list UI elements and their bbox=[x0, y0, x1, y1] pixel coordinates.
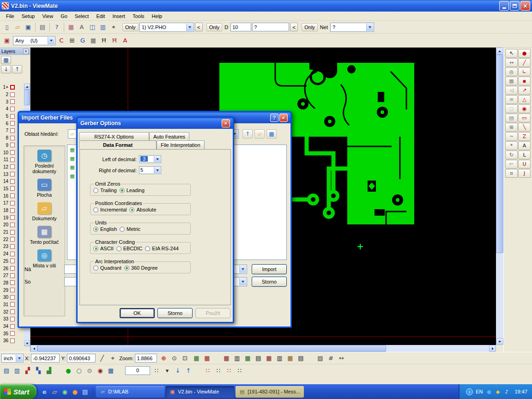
aperture-pattern-icon[interactable]: ∷ bbox=[235, 366, 245, 375]
film-list-icon[interactable]: ◫ bbox=[87, 23, 97, 32]
draw-point-icon[interactable]: ● bbox=[518, 49, 531, 58]
x-coordinate-field[interactable] bbox=[31, 354, 60, 363]
aperture-box-icon[interactable]: ¤ bbox=[505, 169, 518, 178]
chevron-down-icon[interactable] bbox=[239, 266, 246, 273]
radio-option[interactable]: Trailing bbox=[93, 187, 117, 193]
dcode-view-icon[interactable]: ▥ bbox=[232, 354, 242, 363]
radio-option[interactable]: Quadrant bbox=[93, 265, 121, 271]
selection-filter-combo[interactable]: Any (U) bbox=[13, 36, 55, 45]
menu-item[interactable]: Setup bbox=[18, 12, 39, 20]
settings-icon[interactable]: * bbox=[505, 141, 518, 150]
layer-colors-icon[interactable]: ▣ bbox=[2, 36, 12, 45]
show-desktop-icon[interactable]: ▤ bbox=[81, 387, 89, 396]
radio-option[interactable]: Metric bbox=[120, 226, 140, 232]
layer-row[interactable]: 1+ bbox=[0, 84, 24, 91]
messenger-icon[interactable]: ● bbox=[485, 388, 492, 395]
draw-u-icon[interactable]: U bbox=[518, 160, 531, 169]
tab[interactable]: Auto Features bbox=[149, 132, 189, 140]
dcode-input[interactable] bbox=[230, 23, 251, 31]
volume-icon[interactable]: ♪ bbox=[503, 388, 510, 395]
scroll-left-icon[interactable] bbox=[30, 345, 37, 352]
layer-color-swatch[interactable] bbox=[10, 266, 15, 271]
draw-triangle-icon[interactable]: △ bbox=[518, 95, 531, 104]
dot-matrix-icon[interactable]: ∷ bbox=[151, 366, 162, 375]
layer-color-swatch[interactable] bbox=[10, 172, 15, 176]
layers-stack-icon[interactable]: ▤ bbox=[505, 114, 518, 122]
layer-color-swatch[interactable] bbox=[10, 223, 15, 227]
scroll-thumb[interactable] bbox=[496, 54, 503, 253]
layer-color-swatch[interactable] bbox=[10, 324, 15, 329]
menu-item[interactable]: Edit bbox=[92, 12, 109, 20]
scroll-right-icon[interactable] bbox=[489, 345, 496, 352]
measure-corner-icon[interactable]: ⌐ bbox=[505, 160, 518, 169]
gerber-file-icon[interactable]: ▦ bbox=[69, 164, 75, 170]
save-file-icon[interactable]: ▣ bbox=[23, 23, 33, 32]
layer-color-swatch[interactable] bbox=[10, 244, 15, 249]
y-coordinate-field[interactable] bbox=[67, 354, 96, 363]
layer-color-swatch[interactable] bbox=[10, 331, 15, 336]
layer-color-swatch[interactable] bbox=[10, 143, 15, 147]
layer-color-swatch[interactable] bbox=[10, 201, 15, 206]
layers-panel-close-button[interactable]: × bbox=[23, 48, 29, 54]
grid-snap-icon[interactable]: ⊞ bbox=[505, 123, 518, 132]
draw-zigzag-icon[interactable]: Z bbox=[518, 132, 531, 141]
dcode-view-icon[interactable]: ▦ bbox=[285, 354, 295, 363]
scroll-thumb[interactable] bbox=[37, 345, 386, 352]
rotate-icon[interactable]: ↻ bbox=[505, 151, 518, 159]
open-file-icon[interactable]: ▱ bbox=[12, 23, 23, 32]
draw-diagonal-icon[interactable]: ╲ bbox=[518, 123, 531, 132]
layer-color-swatch[interactable] bbox=[10, 85, 15, 90]
vertical-scrollbar[interactable] bbox=[496, 48, 503, 345]
layer-color-swatch[interactable] bbox=[10, 237, 15, 242]
previous-layer-button[interactable]: < bbox=[195, 23, 203, 31]
zoom-in-icon[interactable]: ⊕ bbox=[158, 354, 169, 363]
draw-polyline-icon[interactable]: ∟ bbox=[518, 67, 531, 76]
mirror-icon[interactable]: ◁ bbox=[505, 86, 518, 95]
layer-color-swatch[interactable] bbox=[10, 99, 15, 104]
layer-color-swatch[interactable] bbox=[10, 230, 15, 235]
layer-row[interactable]: 36 bbox=[0, 337, 24, 345]
scroll-up-icon[interactable] bbox=[24, 84, 30, 90]
layer-color-swatch[interactable] bbox=[10, 128, 15, 133]
layer-row[interactable]: 35 bbox=[0, 330, 24, 337]
radio-option[interactable]: English bbox=[93, 226, 117, 232]
only-net-toggle[interactable]: Only bbox=[302, 23, 318, 31]
aperture-text-icon[interactable]: A bbox=[77, 23, 87, 32]
report-icon[interactable]: ▤ bbox=[1, 366, 12, 375]
redraw-icon[interactable]: ▦ bbox=[505, 77, 518, 85]
taskbar-task-button[interactable]: ▤ [191-482-091] - Mess... bbox=[236, 386, 304, 398]
dcode-view-icon[interactable]: ▤ bbox=[253, 354, 263, 363]
radio-option[interactable]: Leading bbox=[120, 187, 145, 193]
layer-color-swatch[interactable] bbox=[10, 164, 15, 169]
mask-icon[interactable]: ▟ bbox=[44, 366, 54, 375]
layer-color-swatch[interactable] bbox=[10, 317, 15, 321]
stats-icon[interactable]: ▥ bbox=[12, 366, 22, 375]
print-icon[interactable]: ▤ bbox=[37, 23, 48, 32]
via-icon[interactable]: ◉ bbox=[95, 366, 105, 375]
minimize-button[interactable] bbox=[499, 1, 509, 11]
scroll-down-icon[interactable] bbox=[496, 338, 503, 345]
fill-pattern-icon[interactable]: ▚ bbox=[33, 366, 43, 375]
zoom-window-icon[interactable]: ⊡ bbox=[180, 354, 190, 363]
chevron-down-icon[interactable] bbox=[154, 167, 160, 173]
net-combo[interactable]: ? bbox=[330, 23, 374, 32]
swap-axes-icon[interactable]: ↔ bbox=[336, 354, 346, 363]
layer-color-swatch[interactable] bbox=[10, 309, 15, 314]
goto-icon[interactable]: G bbox=[78, 36, 88, 45]
draw-pad-icon[interactable]: ▪ bbox=[518, 77, 531, 85]
lasso-icon[interactable]: ○ bbox=[74, 366, 84, 375]
layer-color-swatch[interactable] bbox=[10, 179, 15, 184]
dropdown-icon[interactable]: ▾ bbox=[162, 366, 172, 375]
add-text-icon[interactable]: A bbox=[120, 36, 130, 45]
draw-l-icon[interactable]: L bbox=[518, 151, 531, 159]
layer-table-icon[interactable]: ▦ bbox=[1, 56, 11, 64]
menu-item[interactable]: Select bbox=[71, 12, 93, 20]
place-item[interactable]: ▱ Dokumenty bbox=[25, 202, 64, 221]
layer-row[interactable]: 3 bbox=[0, 98, 24, 105]
layer-color-swatch[interactable] bbox=[10, 193, 15, 198]
layer-color-swatch[interactable] bbox=[10, 186, 15, 191]
import-button[interactable]: Import bbox=[252, 264, 287, 274]
place-item[interactable]: ▦ Tento počítač bbox=[25, 226, 64, 245]
gerber-file-icon[interactable]: ▦ bbox=[69, 156, 75, 162]
rotation-field[interactable] bbox=[125, 366, 150, 375]
